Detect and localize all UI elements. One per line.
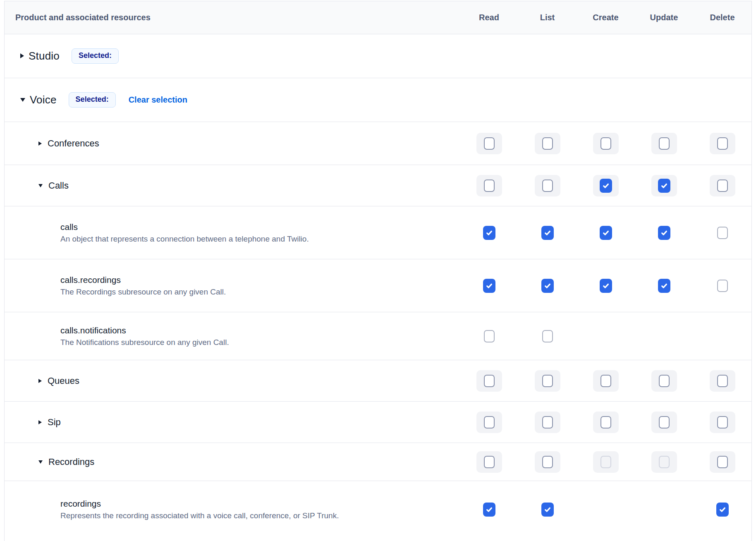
resource-name: calls.recordings: [60, 275, 226, 285]
permission-cell-create: [577, 279, 635, 293]
checkbox-update-unchecked[interactable]: [659, 137, 670, 150]
column-header-create: Create: [577, 13, 635, 22]
checkbox-update-checked[interactable]: [658, 279, 670, 293]
check-icon: [602, 282, 610, 290]
resource-name: calls.notifications: [60, 326, 229, 335]
checkbox-list-unchecked[interactable]: [542, 330, 553, 342]
checkbox-container: [710, 175, 735, 196]
checkbox-update-checked[interactable]: [658, 179, 670, 193]
product-cell: Conferences: [5, 138, 460, 149]
checkbox-container: [593, 133, 619, 154]
checkbox-list-unchecked[interactable]: [542, 416, 553, 428]
column-header-update: Update: [635, 13, 693, 22]
permission-cell-delete: [693, 227, 751, 239]
permission-cell-list: [518, 330, 577, 342]
checkbox-delete-unchecked[interactable]: [717, 416, 728, 428]
checkbox-list-checked[interactable]: [541, 503, 554, 517]
resource-description: The Recordings subresource on any given …: [60, 287, 226, 297]
checkbox-read-unchecked[interactable]: [484, 416, 495, 428]
permission-cell-read: [460, 226, 518, 240]
checkbox-list-unchecked[interactable]: [542, 375, 553, 387]
permission-cell-delete: [693, 412, 751, 433]
caret-down-icon[interactable]: [38, 184, 43, 187]
caret-down-icon[interactable]: [20, 98, 25, 102]
checkbox-update-checked[interactable]: [658, 226, 670, 240]
checkbox-create-disabled: [600, 456, 611, 468]
caret-right-icon[interactable]: [38, 379, 42, 383]
checkbox-create-checked[interactable]: [600, 226, 612, 240]
checkbox-container: [593, 412, 619, 433]
permission-cell-delete: [693, 503, 751, 517]
selected-badge: Selected:: [69, 92, 116, 108]
checkbox-container: [476, 175, 502, 196]
resource-row-recordings: recordingsRepresents the recording assoc…: [5, 481, 751, 538]
checkbox-list-unchecked[interactable]: [542, 180, 553, 192]
checkbox-create-unchecked[interactable]: [600, 375, 611, 387]
checkbox-read-unchecked[interactable]: [484, 456, 495, 468]
product-cell: recordingsRepresents the recording assoc…: [5, 499, 460, 520]
permission-cell-read: [460, 279, 518, 293]
checkbox-read-unchecked[interactable]: [484, 137, 495, 150]
checkbox-read-unchecked[interactable]: [484, 330, 495, 342]
checkbox-delete-checked[interactable]: [716, 503, 729, 517]
product-cell: callsAn object that represents a connect…: [5, 222, 460, 244]
group-label: Conferences: [48, 138, 99, 149]
check-icon: [660, 229, 668, 237]
checkbox-delete-unchecked[interactable]: [717, 137, 728, 150]
checkbox-list-checked[interactable]: [541, 226, 554, 240]
checkbox-container: [535, 133, 560, 154]
checkbox-delete-unchecked[interactable]: [717, 456, 728, 468]
checkbox-container: [651, 370, 677, 392]
checkbox-delete-unchecked[interactable]: [717, 227, 728, 239]
permission-cell-read: [460, 451, 518, 473]
check-icon: [602, 229, 610, 237]
resource-text-block: calls.notificationsThe Notifications sub…: [60, 326, 229, 347]
checkbox-list-unchecked[interactable]: [542, 456, 553, 468]
resource-description: An object that represents a connection b…: [60, 235, 309, 244]
caret-down-icon[interactable]: [38, 460, 43, 464]
checkbox-update-unchecked[interactable]: [659, 375, 670, 387]
checkbox-container: [476, 451, 502, 473]
check-icon: [486, 506, 493, 513]
permission-cell-update: [635, 133, 693, 154]
checkbox-create-checked[interactable]: [600, 179, 612, 193]
permission-cell-delete: [693, 133, 751, 154]
product-row-voice: VoiceSelected:Clear selection: [5, 78, 751, 122]
product-cell: Calls: [5, 180, 460, 191]
checkbox-list-checked[interactable]: [541, 279, 554, 293]
check-icon: [486, 282, 493, 290]
resource-row-calls-recordings: calls.recordingsThe Recordings subresour…: [5, 259, 751, 312]
checkbox-delete-unchecked[interactable]: [717, 375, 728, 387]
checkbox-delete-unchecked[interactable]: [717, 280, 728, 292]
permission-cell-delete: [693, 370, 751, 392]
checkbox-update-unchecked[interactable]: [659, 416, 670, 428]
group-row-recordings: Recordings: [5, 443, 751, 481]
caret-right-icon[interactable]: [38, 141, 42, 146]
checkbox-read-checked[interactable]: [483, 503, 495, 517]
caret-right-icon[interactable]: [38, 420, 42, 424]
product-label[interactable]: Voice: [30, 93, 57, 106]
checkbox-read-unchecked[interactable]: [484, 180, 495, 192]
checkbox-read-checked[interactable]: [483, 226, 495, 240]
permission-cell-update: [635, 412, 693, 433]
checkbox-read-unchecked[interactable]: [484, 375, 495, 387]
checkbox-create-unchecked[interactable]: [600, 416, 611, 428]
resource-name: recordings: [60, 499, 339, 509]
checkbox-create-checked[interactable]: [600, 279, 612, 293]
permission-cell-delete: [693, 451, 751, 473]
checkbox-container: [651, 451, 677, 473]
product-label[interactable]: Studio: [29, 50, 60, 62]
product-cell: StudioSelected:: [5, 48, 460, 64]
clear-selection-link[interactable]: Clear selection: [129, 95, 187, 105]
checkbox-container: [535, 370, 560, 392]
resource-description: Represents the recording associated with…: [60, 511, 339, 520]
group-label: Queues: [48, 376, 79, 386]
caret-right-icon[interactable]: [20, 53, 24, 58]
checkbox-list-unchecked[interactable]: [542, 137, 553, 150]
checkbox-create-unchecked[interactable]: [600, 137, 611, 150]
checkbox-container: [593, 451, 619, 473]
checkbox-read-checked[interactable]: [483, 279, 495, 293]
permission-cell-create: [577, 370, 635, 392]
checkbox-delete-unchecked[interactable]: [717, 180, 728, 192]
product-cell: calls.recordingsThe Recordings subresour…: [5, 275, 460, 297]
